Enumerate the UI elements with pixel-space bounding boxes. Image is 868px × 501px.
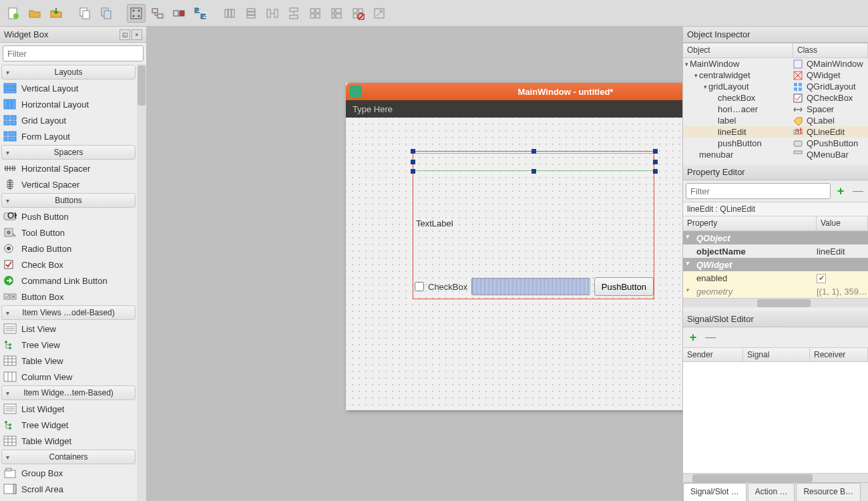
widget-item[interactable]: Table Widget (0, 433, 137, 449)
property-context: lineEdit : QLineEdit (683, 202, 868, 216)
bottom-tab[interactable]: Signal/Slot … (683, 483, 746, 501)
bottom-tab[interactable]: Resource B… (796, 483, 861, 501)
widget-category[interactable]: Item Views …odel-Based) (1, 305, 136, 320)
checkbox-widget[interactable]: CheckBox (415, 282, 467, 292)
property-table[interactable]: Property Value QObjectobjectNamelineEdit… (683, 216, 868, 298)
copy-icon[interactable] (76, 4, 95, 23)
signal-slot-body[interactable] (683, 362, 868, 473)
property-row[interactable]: objectNamelineEdit (683, 244, 868, 258)
object-tree-row[interactable]: labelQLabel (683, 115, 868, 126)
widget-item[interactable]: Scroll Area (0, 481, 137, 497)
object-tree-row[interactable]: pushButtonQPushButton (683, 138, 868, 149)
add-property-icon[interactable]: + (833, 184, 848, 198)
remove-property-icon[interactable]: — (851, 184, 865, 198)
property-row[interactable]: enabled✔ (683, 271, 868, 285)
svg-rect-29 (290, 15, 298, 19)
property-filter[interactable] (686, 183, 831, 199)
widget-item[interactable]: Vertical Layout (0, 80, 137, 96)
layout-hs-icon[interactable] (263, 4, 282, 23)
adjust-size-icon[interactable] (370, 4, 389, 23)
widget-item[interactable]: Group Box (0, 465, 137, 481)
lineedit-widget[interactable] (471, 278, 590, 295)
widget-item[interactable]: Horizontal Spacer (0, 160, 137, 176)
layout-form-icon[interactable] (327, 4, 346, 23)
widget-category[interactable]: Containers (1, 450, 136, 464)
edit-widgets-icon[interactable] (127, 4, 146, 23)
layout-h-icon[interactable] (220, 4, 239, 23)
property-category[interactable]: QWidget (683, 258, 868, 271)
object-inspector-tree[interactable]: Object Class ▾MainWindowQMainWindow▾cent… (683, 43, 868, 160)
widget-item[interactable]: Tool Button (0, 224, 137, 240)
widget-item[interactable]: Vertical Spacer (0, 176, 137, 192)
property-row[interactable]: ▾geometry[(1, 1), 359… (683, 285, 868, 298)
oi-col-object[interactable]: Object (683, 43, 793, 57)
label-widget[interactable]: TextLabel (415, 172, 654, 275)
widget-item[interactable]: Check Box (0, 257, 137, 273)
save-file-icon[interactable] (47, 4, 65, 23)
object-class: QPushButton (807, 138, 858, 148)
edit-signals-icon[interactable] (148, 4, 167, 23)
object-tree-row[interactable]: ▾centralwidgetQWidget (683, 69, 868, 81)
menubar-hint[interactable]: Type Here (353, 104, 393, 114)
dock-close-icon[interactable]: × (132, 29, 142, 40)
scrollbar[interactable] (137, 64, 146, 501)
widget-item[interactable]: Grid Layout (0, 112, 137, 128)
object-tree-row[interactable]: ▾gridLayoutQGridLayout (683, 81, 868, 92)
object-name: hori…acer (718, 104, 758, 114)
widget-category[interactable]: Layouts (1, 65, 136, 79)
object-tree-row[interactable]: ▾MainWindowQMainWindow (683, 58, 868, 69)
widget-item[interactable]: List Widget (0, 401, 137, 417)
widget-item[interactable]: Form Layout (0, 128, 137, 144)
form-menubar[interactable]: Type Here (346, 100, 682, 118)
widget-item[interactable]: List View (0, 321, 137, 337)
horizontal-spacer[interactable] (413, 152, 655, 172)
bottom-tab[interactable]: Action … (748, 483, 795, 501)
sse-col-sender[interactable]: Sender (683, 348, 743, 361)
layout-grid-icon[interactable] (306, 4, 324, 23)
form-canvas[interactable]: TextLabel CheckBox PushButton (346, 118, 682, 410)
dock-float-icon[interactable]: ◱ (120, 29, 130, 40)
layout-v-icon[interactable] (242, 4, 260, 23)
design-canvas[interactable]: MainWindow - untitled* – × Type Here (147, 27, 682, 501)
object-tree-row[interactable]: menubarQMenuBar (683, 149, 868, 160)
sse-col-receiver[interactable]: Receiver (810, 348, 868, 361)
break-layout-icon[interactable] (349, 4, 367, 23)
object-tree-row[interactable]: lineEditabQLineEdit (683, 126, 868, 138)
pe-col-property[interactable]: Property (683, 216, 817, 230)
layout-vs-icon[interactable] (284, 4, 303, 23)
widget-item[interactable]: Command Link Button (0, 273, 137, 289)
edit-buddies-icon[interactable] (170, 4, 188, 23)
new-file-icon[interactable] (4, 4, 23, 23)
widget-item[interactable]: Radio Button (0, 240, 137, 257)
widget-category[interactable]: Item Widge…tem-Based) (1, 385, 136, 400)
widget-category[interactable]: Buttons (1, 193, 136, 208)
pe-col-value[interactable]: Value (817, 216, 868, 230)
remove-connection-icon[interactable]: — (703, 330, 718, 345)
widget-item[interactable]: Horizontal Layout (0, 96, 137, 112)
widget-box-filter[interactable] (3, 45, 144, 61)
edit-taborder-icon[interactable]: 12 (191, 4, 210, 23)
widget-item[interactable]: Tree Widget (0, 417, 137, 433)
oi-col-class[interactable]: Class (793, 43, 868, 57)
widget-item[interactable]: OKPush Button (0, 208, 137, 224)
widget-item[interactable]: Button Box (0, 289, 137, 305)
widget-item[interactable]: Table View (0, 353, 137, 369)
open-file-icon[interactable] (25, 4, 44, 23)
pushbutton-widget[interactable]: PushButton (594, 277, 654, 296)
property-hscroll[interactable] (683, 298, 868, 307)
widget-item[interactable]: Column View (0, 369, 137, 385)
widget-item[interactable]: Tree View (0, 337, 137, 353)
sse-hscroll[interactable] (683, 473, 868, 482)
widget-box-list[interactable]: LayoutsVertical LayoutHorizontal LayoutG… (0, 64, 146, 501)
paste-icon[interactable] (97, 4, 116, 23)
object-tree-row[interactable]: hori…acerSpacer (683, 104, 868, 115)
widget-category[interactable]: Spacers (1, 145, 136, 160)
form-window[interactable]: MainWindow - untitled* – × Type Here (346, 83, 682, 410)
form-titlebar[interactable]: MainWindow - untitled* – × (346, 83, 682, 100)
grid-layout[interactable]: TextLabel CheckBox PushButton (413, 151, 654, 299)
object-tree-row[interactable]: checkBoxQCheckBox (683, 92, 868, 104)
checkbox-input[interactable] (415, 282, 424, 291)
sse-col-signal[interactable]: Signal (743, 348, 810, 361)
add-connection-icon[interactable]: + (686, 330, 700, 345)
property-category[interactable]: QObject (683, 231, 868, 244)
